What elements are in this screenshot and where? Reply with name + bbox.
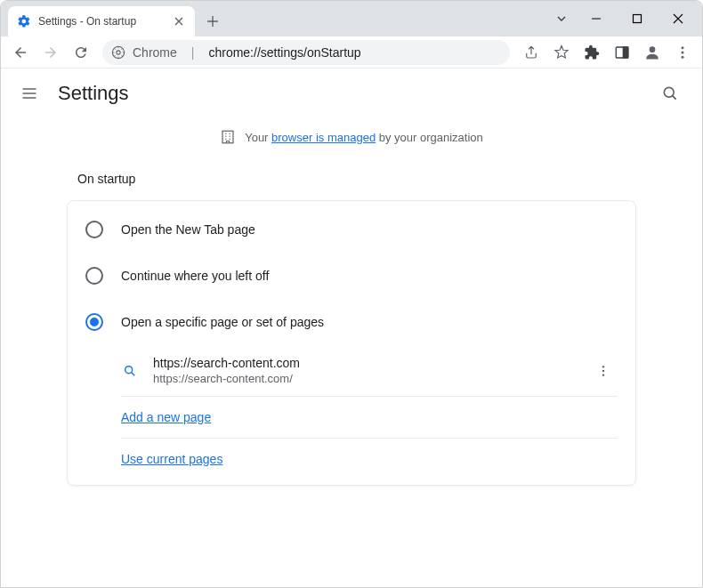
managed-link[interactable]: browser is managed (271, 131, 376, 144)
url-scheme-label: Chrome (133, 45, 177, 60)
page-item-menu-icon[interactable] (589, 357, 618, 385)
managed-text: Your browser is managed by your organiza… (245, 131, 483, 144)
reload-button[interactable] (67, 38, 95, 67)
back-button[interactable] (6, 38, 35, 67)
url-path: chrome://settings/onStartup (208, 45, 360, 60)
maximize-button[interactable] (617, 4, 658, 33)
settings-page: Settings Your browser is managed by your… (1, 68, 702, 587)
svg-point-17 (602, 374, 604, 375)
svg-point-8 (682, 51, 684, 53)
address-bar[interactable]: Chrome | chrome://settings/onStartup (102, 40, 510, 65)
svg-point-2 (117, 50, 120, 53)
startup-card: Open the New Tab page Continue where you… (67, 200, 636, 486)
radio-label: Open a specific page or set of pages (121, 315, 324, 329)
window-controls (547, 1, 702, 36)
forward-button[interactable] (36, 38, 65, 67)
browser-tab[interactable]: Settings - On startup (8, 6, 195, 36)
radio-icon (85, 267, 103, 285)
extensions-icon[interactable] (578, 38, 606, 67)
svg-point-7 (682, 46, 684, 49)
section-title: On startup (77, 172, 636, 186)
radio-icon (85, 221, 103, 238)
chrome-menu-icon[interactable] (668, 38, 697, 67)
url-divider: | (191, 45, 195, 60)
add-page-link[interactable]: Add a new page (121, 410, 211, 424)
startup-page-item: https://search-content.com https://searc… (121, 345, 618, 397)
radio-icon-selected (85, 313, 103, 331)
bookmark-icon[interactable] (547, 38, 576, 67)
close-tab-icon[interactable] (172, 14, 186, 28)
svg-point-16 (602, 369, 604, 371)
svg-point-9 (682, 55, 684, 58)
svg-line-11 (673, 96, 676, 100)
radio-open-new-tab[interactable]: Open the New Tab page (68, 206, 635, 253)
tab-search-button[interactable] (547, 4, 576, 33)
use-current-pages-link[interactable]: Use current pages (121, 452, 222, 466)
managed-suffix: by your organization (376, 131, 483, 144)
building-icon (220, 129, 236, 145)
tab-strip: Settings - On startup (1, 6, 547, 36)
new-tab-button[interactable] (200, 9, 225, 34)
side-panel-icon[interactable] (608, 38, 636, 67)
profile-icon[interactable] (638, 38, 667, 67)
svg-point-13 (125, 366, 133, 373)
managed-banner: Your browser is managed by your organiza… (1, 118, 702, 161)
managed-prefix: Your (245, 131, 271, 144)
tab-title: Settings - On startup (38, 15, 165, 28)
settings-gear-icon (17, 14, 31, 28)
radio-specific-pages[interactable]: Open a specific page or set of pages (68, 299, 635, 345)
minimize-button[interactable] (576, 4, 617, 33)
browser-toolbar: Chrome | chrome://settings/onStartup (1, 36, 702, 68)
settings-header: Settings (1, 68, 702, 118)
svg-rect-5 (624, 47, 628, 58)
startup-page-list: https://search-content.com https://searc… (68, 345, 635, 479)
startup-page-title: https://search-content.com (153, 356, 575, 370)
svg-point-10 (664, 87, 674, 97)
share-icon[interactable] (517, 38, 545, 67)
svg-line-14 (132, 372, 135, 375)
page-title: Settings (58, 82, 129, 105)
radio-label: Continue where you left off (121, 269, 269, 283)
titlebar: Settings - On startup (1, 1, 702, 36)
startup-page-url: https://search-content.com/ (153, 372, 575, 385)
search-icon (121, 362, 139, 380)
close-window-button[interactable] (658, 4, 699, 33)
svg-point-15 (602, 366, 604, 367)
site-info-icon[interactable] (111, 45, 125, 60)
menu-icon[interactable] (19, 83, 40, 104)
svg-point-6 (650, 46, 656, 52)
radio-label: Open the New Tab page (121, 222, 255, 237)
svg-rect-0 (634, 15, 642, 23)
search-settings-icon[interactable] (659, 83, 681, 104)
radio-continue[interactable]: Continue where you left off (68, 253, 635, 299)
